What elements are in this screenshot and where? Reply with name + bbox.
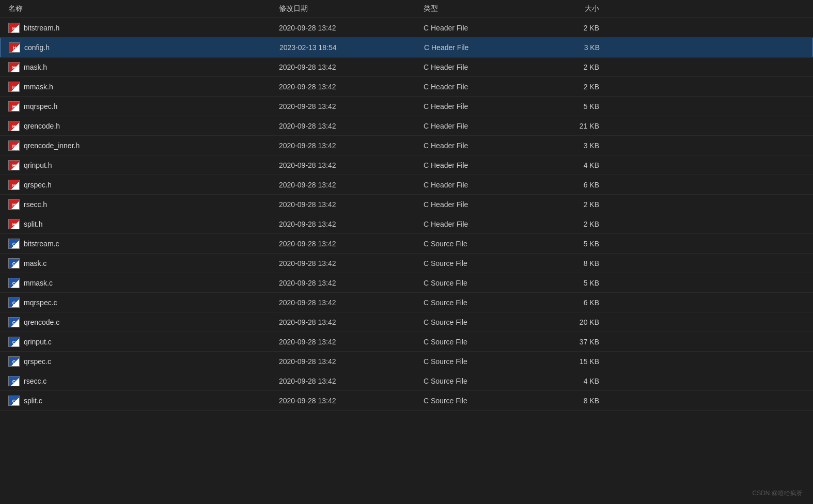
c-header-icon: H bbox=[8, 199, 20, 210]
filename-label: rsecc.h bbox=[24, 200, 47, 209]
table-row[interactable]: H split.h 2020-09-28 13:42 C Header File… bbox=[0, 214, 813, 234]
file-type-cell: C Header File bbox=[424, 43, 548, 52]
file-name-cell: C qrinput.c bbox=[0, 337, 279, 347]
file-type-cell: C Header File bbox=[424, 181, 548, 189]
file-type-cell: C Source File bbox=[424, 279, 548, 287]
table-row[interactable]: C mqrspec.c 2020-09-28 13:42 C Source Fi… bbox=[0, 293, 813, 312]
file-type-cell: C Source File bbox=[424, 240, 548, 248]
file-name-cell: H bitstream.h bbox=[0, 23, 279, 33]
file-type-cell: C Header File bbox=[424, 102, 548, 111]
c-header-icon: H bbox=[8, 160, 20, 170]
table-row[interactable]: H qrspec.h 2020-09-28 13:42 C Header Fil… bbox=[0, 175, 813, 195]
file-name-cell: C rsecc.c bbox=[0, 376, 279, 386]
table-row[interactable]: H qrencode_inner.h 2020-09-28 13:42 C He… bbox=[0, 136, 813, 155]
c-header-icon: H bbox=[8, 140, 20, 151]
file-name-cell: C mqrspec.c bbox=[0, 297, 279, 308]
header-size[interactable]: 大小 bbox=[548, 4, 609, 13]
file-size-cell: 20 KB bbox=[548, 318, 609, 326]
file-size-cell: 21 KB bbox=[548, 122, 609, 130]
file-date-cell: 2020-09-28 13:42 bbox=[279, 298, 424, 307]
file-name-cell: C mask.c bbox=[0, 258, 279, 269]
file-date-cell: 2020-09-28 13:42 bbox=[279, 200, 424, 209]
filename-label: mask.c bbox=[24, 259, 46, 267]
filename-label: bitstream.c bbox=[24, 240, 59, 248]
file-type-cell: C Header File bbox=[424, 200, 548, 209]
file-type-cell: C Source File bbox=[424, 338, 548, 346]
file-name-cell: H split.h bbox=[0, 219, 279, 229]
table-row[interactable]: H qrencode.h 2020-09-28 13:42 C Header F… bbox=[0, 116, 813, 136]
file-size-cell: 6 KB bbox=[548, 181, 609, 189]
table-row[interactable]: H qrinput.h 2020-09-28 13:42 C Header Fi… bbox=[0, 155, 813, 175]
file-date-cell: 2020-09-28 13:42 bbox=[279, 279, 424, 287]
c-header-icon: H bbox=[8, 180, 20, 190]
file-date-cell: 2020-09-28 13:42 bbox=[279, 220, 424, 228]
c-header-icon: H bbox=[8, 62, 20, 72]
header-type[interactable]: 类型 bbox=[424, 4, 548, 13]
c-source-icon: C bbox=[8, 396, 20, 406]
file-size-cell: 4 KB bbox=[548, 161, 609, 169]
file-name-cell: C split.c bbox=[0, 396, 279, 406]
table-row[interactable]: H mmask.h 2020-09-28 13:42 C Header File… bbox=[0, 77, 813, 97]
file-type-cell: C Header File bbox=[424, 63, 548, 71]
table-row[interactable]: H config.h 2023-02-13 18:54 C Header Fil… bbox=[0, 38, 813, 57]
filename-label: split.c bbox=[24, 397, 42, 405]
file-name-cell: C qrencode.c bbox=[0, 317, 279, 327]
table-row[interactable]: H bitstream.h 2020-09-28 13:42 C Header … bbox=[0, 18, 813, 38]
c-header-icon: H bbox=[8, 121, 20, 131]
header-name[interactable]: 名称 bbox=[0, 4, 279, 13]
file-date-cell: 2020-09-28 13:42 bbox=[279, 259, 424, 267]
table-row[interactable]: H rsecc.h 2020-09-28 13:42 C Header File… bbox=[0, 195, 813, 214]
file-type-cell: C Source File bbox=[424, 357, 548, 366]
c-header-icon: H bbox=[9, 42, 20, 53]
table-row[interactable]: C split.c 2020-09-28 13:42 C Source File… bbox=[0, 391, 813, 411]
file-name-cell: H qrinput.h bbox=[0, 160, 279, 170]
table-row[interactable]: C rsecc.c 2020-09-28 13:42 C Source File… bbox=[0, 371, 813, 391]
filename-label: config.h bbox=[24, 43, 50, 52]
file-type-cell: C Header File bbox=[424, 83, 548, 91]
file-date-cell: 2020-09-28 13:42 bbox=[279, 318, 424, 326]
filename-label: qrspec.h bbox=[24, 181, 52, 189]
file-date-cell: 2023-02-13 18:54 bbox=[279, 43, 424, 52]
file-name-cell: H mmask.h bbox=[0, 82, 279, 92]
filename-label: mmask.c bbox=[24, 279, 53, 287]
file-type-cell: C Header File bbox=[424, 122, 548, 130]
file-size-cell: 5 KB bbox=[548, 102, 609, 111]
file-size-cell: 5 KB bbox=[548, 279, 609, 287]
file-size-cell: 8 KB bbox=[548, 397, 609, 405]
file-name-cell: H qrspec.h bbox=[0, 180, 279, 190]
file-size-cell: 2 KB bbox=[548, 24, 609, 32]
file-name-cell: H qrencode.h bbox=[0, 121, 279, 131]
file-type-cell: C Header File bbox=[424, 141, 548, 150]
file-type-cell: C Source File bbox=[424, 298, 548, 307]
table-row[interactable]: H mask.h 2020-09-28 13:42 C Header File … bbox=[0, 57, 813, 77]
c-header-icon: H bbox=[8, 219, 20, 229]
table-row[interactable]: C bitstream.c 2020-09-28 13:42 C Source … bbox=[0, 234, 813, 254]
table-row[interactable]: H mqrspec.h 2020-09-28 13:42 C Header Fi… bbox=[0, 97, 813, 116]
header-date[interactable]: 修改日期 bbox=[279, 4, 424, 13]
file-size-cell: 6 KB bbox=[548, 298, 609, 307]
c-header-icon: H bbox=[8, 23, 20, 33]
filename-label: bitstream.h bbox=[24, 24, 59, 32]
file-name-cell: C bitstream.c bbox=[0, 239, 279, 249]
filename-label: mask.h bbox=[24, 63, 47, 71]
table-row[interactable]: C qrspec.c 2020-09-28 13:42 C Source Fil… bbox=[0, 352, 813, 371]
file-date-cell: 2020-09-28 13:42 bbox=[279, 357, 424, 366]
file-name-cell: H mask.h bbox=[0, 62, 279, 72]
file-date-cell: 2020-09-28 13:42 bbox=[279, 181, 424, 189]
table-row[interactable]: C qrinput.c 2020-09-28 13:42 C Source Fi… bbox=[0, 332, 813, 352]
filename-label: qrspec.c bbox=[24, 357, 51, 366]
file-date-cell: 2020-09-28 13:42 bbox=[279, 161, 424, 169]
table-row[interactable]: C qrencode.c 2020-09-28 13:42 C Source F… bbox=[0, 312, 813, 332]
file-date-cell: 2020-09-28 13:42 bbox=[279, 240, 424, 248]
filename-label: qrencode_inner.h bbox=[24, 141, 80, 150]
table-row[interactable]: C mask.c 2020-09-28 13:42 C Source File … bbox=[0, 254, 813, 273]
file-name-cell: C mmask.c bbox=[0, 278, 279, 288]
table-row[interactable]: C mmask.c 2020-09-28 13:42 C Source File… bbox=[0, 273, 813, 293]
c-source-icon: C bbox=[8, 356, 20, 367]
file-date-cell: 2020-09-28 13:42 bbox=[279, 141, 424, 150]
file-size-cell: 2 KB bbox=[548, 83, 609, 91]
file-name-cell: C qrspec.c bbox=[0, 356, 279, 367]
file-type-cell: C Source File bbox=[424, 259, 548, 267]
file-type-cell: C Source File bbox=[424, 377, 548, 385]
file-date-cell: 2020-09-28 13:42 bbox=[279, 338, 424, 346]
